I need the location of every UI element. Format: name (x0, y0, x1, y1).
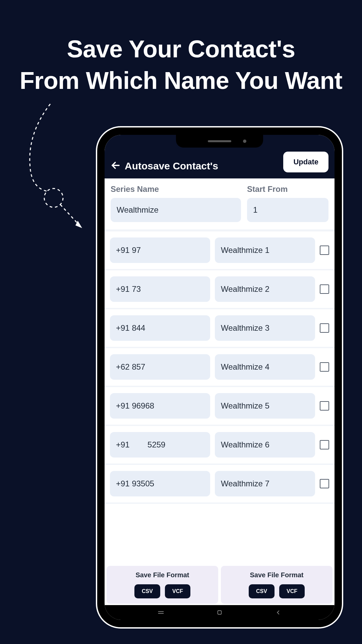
footer-section: Save File Format CSV VCF Save File Forma… (105, 566, 335, 604)
contact-checkbox[interactable] (320, 284, 329, 294)
svg-marker-1 (75, 221, 82, 228)
contact-phone[interactable]: +91 96968 (110, 393, 210, 419)
format-buttons: CSV VCF (249, 584, 305, 598)
headline-line-1: Save Your Contact's (67, 36, 295, 62)
contact-checkbox[interactable] (320, 440, 329, 449)
contact-checkbox[interactable] (320, 246, 329, 255)
svg-rect-5 (218, 611, 221, 614)
contact-checkbox[interactable] (320, 479, 329, 488)
save-format-label: Save File Format (135, 571, 189, 579)
csv-button[interactable]: CSV (249, 584, 275, 598)
start-from-input[interactable] (247, 198, 328, 222)
vcf-button[interactable]: VCF (165, 584, 190, 598)
series-name-label: Series Name (111, 184, 241, 194)
update-button[interactable]: Update (283, 152, 328, 172)
decorative-arrow (17, 101, 90, 235)
contact-phone[interactable]: +91 93505 (110, 471, 210, 496)
contact-checkbox[interactable] (320, 323, 329, 333)
contact-list: +91 97Wealthmize 1+91 73Wealthmize 2+91 … (105, 231, 335, 504)
series-name-input[interactable] (111, 198, 241, 222)
android-nav-bar (105, 605, 335, 620)
home-icon[interactable] (216, 609, 223, 616)
contact-row: +91 93505Wealthmize 7 (105, 465, 335, 504)
contact-checkbox[interactable] (320, 362, 329, 372)
contact-phone[interactable]: +91 844 (110, 315, 210, 341)
phone-screen: Autosave Contact's Update Series Name St… (105, 135, 335, 620)
contact-row: +91 73Wealthmize 2 (105, 270, 335, 309)
contact-phone[interactable]: +91 97 (110, 237, 210, 263)
format-buttons: CSV VCF (134, 584, 190, 598)
back-button[interactable] (111, 160, 121, 172)
csv-button[interactable]: CSV (134, 584, 160, 598)
save-panel-left: Save File Format CSV VCF (107, 566, 218, 604)
phone-frame: Autosave Contact's Update Series Name St… (97, 127, 342, 627)
headline-line-2: From Which Name You Want (20, 67, 343, 94)
save-panel-right: Save File Format CSV VCF (221, 566, 333, 604)
contact-row: +62 857Wealthmize 4 (105, 348, 335, 387)
contact-row: +91 96968Wealthmize 5 (105, 387, 335, 426)
contact-row: +91 97Wealthmize 1 (105, 231, 335, 270)
arrow-left-icon (111, 160, 121, 170)
contact-name[interactable]: Wealthmize 6 (215, 432, 315, 458)
contact-name[interactable]: Wealthmize 3 (215, 315, 315, 341)
contact-phone[interactable]: +62 857 (110, 354, 210, 380)
svg-point-0 (44, 189, 63, 207)
contact-checkbox[interactable] (320, 401, 329, 411)
start-from-label: Start From (247, 184, 328, 194)
contact-row: +91 5259Wealthmize 6 (105, 426, 335, 465)
contact-name[interactable]: Wealthmize 5 (215, 393, 315, 419)
recents-icon[interactable] (157, 609, 165, 616)
vcf-button[interactable]: VCF (279, 584, 305, 598)
marketing-headline: Save Your Contact's From Which Name You … (0, 0, 362, 103)
contact-row: +91 844Wealthmize 3 (105, 309, 335, 348)
phone-notch (176, 135, 263, 148)
contact-name[interactable]: Wealthmize 1 (215, 237, 315, 263)
config-section: Series Name Start From (105, 178, 335, 229)
contact-name[interactable]: Wealthmize 4 (215, 354, 315, 380)
contact-name[interactable]: Wealthmize 2 (215, 276, 315, 302)
save-format-label: Save File Format (250, 571, 303, 579)
contact-phone[interactable]: +91 5259 (110, 432, 210, 458)
contact-phone[interactable]: +91 73 (110, 276, 210, 302)
back-nav-icon[interactable] (275, 609, 282, 616)
start-from-group: Start From (247, 184, 328, 222)
page-title: Autosave Contact's (125, 160, 279, 172)
series-name-group: Series Name (111, 184, 241, 222)
contact-name[interactable]: Wealthmize 7 (215, 471, 315, 496)
